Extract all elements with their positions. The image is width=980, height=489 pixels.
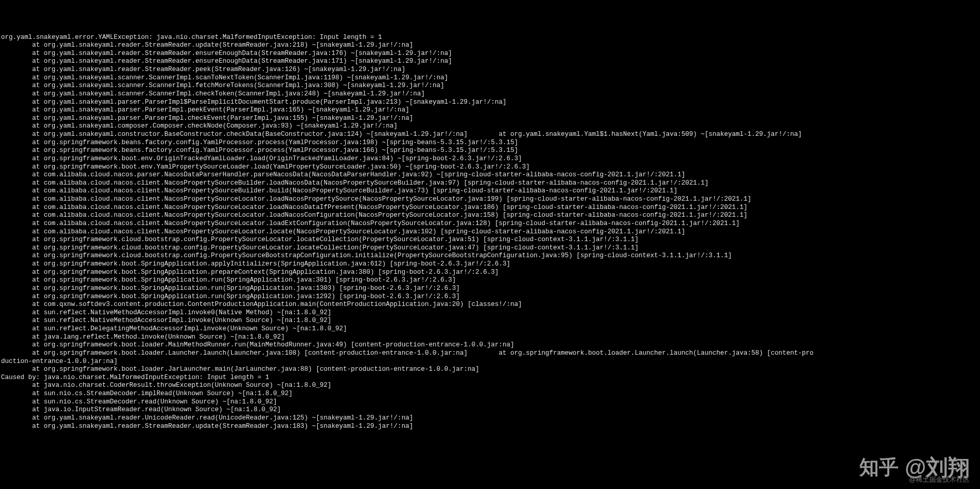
stacktrace-line: at org.springframework.boot.loader.Launc… bbox=[1, 350, 979, 358]
stacktrace-line: at org.yaml.snakeyaml.reader.UnicodeRead… bbox=[1, 414, 979, 423]
stacktrace-line: at org.springframework.boot.SpringApplic… bbox=[1, 260, 979, 269]
stacktrace-line: at com.alibaba.cloud.nacos.client.NacosP… bbox=[1, 195, 979, 204]
stacktrace-line: at sun.nio.cs.StreamDecoder.implRead(Unk… bbox=[1, 390, 979, 398]
stacktrace-line: at org.yaml.snakeyaml.constructor.BaseCo… bbox=[1, 131, 979, 139]
stacktrace-line: at org.springframework.boot.SpringApplic… bbox=[1, 285, 979, 293]
stacktrace-line: at org.yaml.snakeyaml.parser.ParserImpl$… bbox=[1, 99, 979, 107]
stacktrace-line: at java.io.InputStreamReader.read(Unknow… bbox=[1, 406, 979, 414]
stacktrace-line: at org.springframework.cloud.bootstrap.c… bbox=[1, 236, 979, 244]
stacktrace-line: at org.springframework.boot.SpringApplic… bbox=[1, 269, 979, 277]
stacktrace-line: duction-entrance-1.0.0.jar:na] bbox=[1, 358, 979, 366]
stacktrace-line: at com.alibaba.cloud.nacos.client.NacosP… bbox=[1, 179, 979, 188]
stacktrace-line: at org.yaml.snakeyaml.scanner.ScannerImp… bbox=[1, 82, 979, 90]
stacktrace-line: at org.yaml.snakeyaml.parser.ParserImpl.… bbox=[1, 106, 979, 115]
stacktrace-line: at org.springframework.boot.SpringApplic… bbox=[1, 276, 979, 285]
stacktrace-line: at org.yaml.snakeyaml.composer.Composer.… bbox=[1, 122, 979, 131]
stacktrace-line: at org.yaml.snakeyaml.reader.StreamReade… bbox=[1, 58, 979, 66]
stacktrace-line: at org.yaml.snakeyaml.scanner.ScannerImp… bbox=[1, 74, 979, 82]
stacktrace-line: at org.springframework.beans.factory.con… bbox=[1, 147, 979, 155]
stacktrace-line: at com.alibaba.cloud.nacos.client.NacosP… bbox=[1, 204, 979, 212]
stacktrace-line: at org.yaml.snakeyaml.reader.StreamReade… bbox=[1, 66, 979, 74]
terminal-output: org.yaml.snakeyaml.error.YAMLException: … bbox=[1, 34, 979, 431]
stacktrace-line: Caused by: java.nio.charset.MalformedInp… bbox=[1, 374, 979, 382]
stacktrace-line: at org.yaml.snakeyaml.reader.StreamReade… bbox=[1, 423, 979, 431]
stacktrace-line: at org.springframework.beans.factory.con… bbox=[1, 139, 979, 147]
watermark: 知乎 @刘翔 @稀土掘金技术社区 bbox=[859, 454, 970, 482]
stacktrace-line: at java.lang.reflect.Method.invoke(Unkno… bbox=[1, 333, 979, 342]
stacktrace-line: at java.nio.charset.CoderResult.throwExc… bbox=[1, 382, 979, 390]
stacktrace-line: at org.springframework.cloud.bootstrap.c… bbox=[1, 244, 979, 253]
stacktrace-line: at org.springframework.boot.env.YamlProp… bbox=[1, 163, 979, 172]
stacktrace-line: at org.yaml.snakeyaml.reader.StreamReade… bbox=[1, 50, 979, 58]
stacktrace-line: at sun.nio.cs.StreamDecoder.read(Unknown… bbox=[1, 398, 979, 407]
stacktrace-line: at org.springframework.cloud.bootstrap.c… bbox=[1, 252, 979, 260]
stacktrace-line: at com.alibaba.cloud.nacos.client.NacosP… bbox=[1, 220, 979, 228]
stacktrace-line: at com.alibaba.cloud.nacos.client.NacosP… bbox=[1, 228, 979, 236]
watermark-author: @刘翔 bbox=[905, 454, 970, 482]
stacktrace-line: at org.springframework.boot.env.OriginTr… bbox=[1, 155, 979, 163]
stacktrace-line: at com.qxnw.softdev3.content.production.… bbox=[1, 301, 979, 309]
stacktrace-line: at org.yaml.snakeyaml.reader.StreamReade… bbox=[1, 41, 979, 50]
zhihu-logo: 知乎 bbox=[859, 455, 899, 480]
stacktrace-line: at org.springframework.boot.loader.MainM… bbox=[1, 341, 979, 350]
stacktrace-line: at sun.reflect.NativeMethodAccessorImpl.… bbox=[1, 317, 979, 325]
stacktrace-line: at sun.reflect.DelegatingMethodAccessorI… bbox=[1, 325, 979, 333]
stacktrace-line: at com.alibaba.cloud.nacos.parser.NacosD… bbox=[1, 171, 979, 179]
stacktrace-line: at org.springframework.boot.SpringApplic… bbox=[1, 293, 979, 301]
stacktrace-line: at com.alibaba.cloud.nacos.client.NacosP… bbox=[1, 212, 979, 220]
stacktrace-line: at org.yaml.snakeyaml.parser.ParserImpl.… bbox=[1, 115, 979, 123]
stacktrace-line: at org.yaml.snakeyaml.scanner.ScannerImp… bbox=[1, 90, 979, 99]
stacktrace-line: at com.alibaba.cloud.nacos.client.NacosP… bbox=[1, 187, 979, 195]
stacktrace-line: org.yaml.snakeyaml.error.YAMLException: … bbox=[1, 34, 979, 42]
stacktrace-line: at sun.reflect.NativeMethodAccessorImpl.… bbox=[1, 309, 979, 317]
stacktrace-line: at org.springframework.boot.loader.JarLa… bbox=[1, 366, 979, 374]
watermark-sub: @稀土掘金技术社区 bbox=[909, 476, 970, 484]
